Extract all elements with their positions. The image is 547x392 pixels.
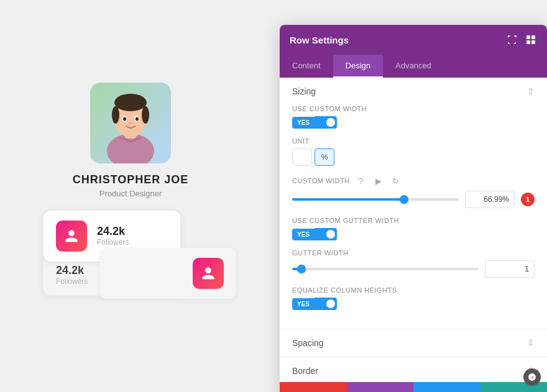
profile-top: CHRISTOPHER JOE Product Designer — [19, 83, 242, 198]
svg-rect-12 — [531, 35, 535, 39]
stats-container: 24.2k Followers 24.2k Followers — [19, 211, 242, 310]
unit-px-btn[interactable] — [292, 148, 312, 166]
equalize-column-heights-label: Equalize Column Heights — [292, 286, 535, 294]
profile-card: CHRISTOPHER JOE Product Designer 24.2k F… — [19, 83, 242, 310]
custom-width-input[interactable] — [465, 191, 515, 208]
tab-content[interactable]: Content — [280, 55, 333, 78]
stat-label-bottom: Followers — [56, 277, 88, 286]
custom-width-row: Custom Width ? ▶ ↻ — [292, 175, 535, 187]
reset-icon[interactable]: ↻ — [390, 175, 402, 187]
profile-title: Product Designer — [99, 189, 162, 198]
custom-width-slider-row: 1 — [292, 191, 535, 208]
toggle-yes-gutter-label: YES — [292, 229, 315, 240]
panel-tabs: Content Design Advanced — [280, 55, 547, 78]
unit-label: Unit — [292, 137, 535, 145]
gutter-width-field: Gutter Width — [292, 249, 535, 278]
tab-design[interactable]: Design — [333, 55, 383, 78]
spacing-chevron-icon: ⇩ — [527, 338, 535, 348]
stat-value-bottom: 24.2k — [56, 264, 88, 277]
sizing-section-header[interactable]: Sizing ⇧ — [280, 78, 547, 105]
sizing-chevron-icon: ⇧ — [527, 86, 535, 96]
toggle-slider-custom-width[interactable] — [315, 116, 337, 129]
fullscreen-icon[interactable] — [506, 34, 518, 46]
stat-value-top: 24.2k — [97, 225, 129, 238]
panel-header-icons — [506, 34, 537, 46]
toggle-slider-gutter[interactable] — [315, 228, 337, 240]
use-custom-gutter-field: Use Custom Gutter Width YES — [292, 217, 535, 240]
svg-point-4 — [114, 94, 147, 111]
stat-label-top: Followers — [97, 238, 129, 247]
border-section: Border ⇩ — [280, 357, 547, 382]
gutter-width-label: Gutter Width — [292, 249, 535, 257]
gutter-width-input[interactable] — [485, 260, 535, 278]
use-custom-width-label: Use Custom Width — [292, 105, 535, 112]
gutter-width-track[interactable] — [292, 268, 479, 270]
panel-footer: ✕ ↺ ↻ ✓ — [280, 382, 547, 392]
spacing-section-title: Spacing — [292, 338, 324, 348]
custom-width-thumb[interactable] — [400, 195, 408, 204]
panel-title: Row Settings — [290, 35, 349, 45]
gutter-width-thumb[interactable] — [297, 265, 306, 273]
row-settings-panel: Row Settings Content Design Advanced — [280, 25, 547, 392]
svg-rect-14 — [531, 40, 535, 44]
custom-width-label: Custom Width — [292, 177, 350, 185]
toggle-yes-equalize-label: YES — [292, 298, 315, 310]
stat-info-bottom: 24.2k Followers — [56, 264, 88, 286]
preview-area: CHRISTOPHER JOE Product Designer 24.2k F… — [0, 0, 261, 392]
reset-button[interactable]: ↺ — [347, 382, 414, 392]
play-icon[interactable]: ▶ — [372, 175, 385, 187]
svg-point-9 — [123, 117, 126, 121]
gutter-width-slider-row — [292, 260, 535, 278]
toggle-yes-label: YES — [292, 117, 315, 129]
sizing-section-body: Use Custom Width YES Unit % — [280, 105, 547, 329]
tab-advanced[interactable]: Advanced — [383, 55, 444, 78]
svg-point-5 — [112, 106, 119, 124]
profile-name: CHRISTOPHER JOE — [73, 173, 189, 186]
custom-width-field: Custom Width ? ▶ ↻ 1 — [292, 175, 535, 208]
svg-rect-11 — [526, 35, 530, 39]
custom-width-badge: 1 — [521, 193, 535, 206]
stat-info-top: 24.2k Followers — [97, 225, 129, 247]
sizing-section: Sizing ⇧ Use Custom Width YES Unit — [280, 78, 547, 329]
use-custom-width-field: Use Custom Width YES — [292, 105, 535, 129]
unit-field: Unit % — [292, 137, 535, 166]
use-custom-width-toggle[interactable]: YES — [292, 116, 535, 129]
stat-card-secondary — [99, 248, 236, 299]
followers-icon-secondary — [193, 258, 224, 289]
panel-content: Sizing ⇧ Use Custom Width YES Unit — [280, 78, 547, 382]
border-section-title: Border — [292, 366, 318, 376]
unit-percent-btn[interactable]: % — [315, 148, 334, 166]
toggle-slider-equalize[interactable] — [315, 298, 337, 310]
svg-point-10 — [136, 117, 139, 121]
layout-icon[interactable] — [525, 34, 537, 46]
equalize-column-heights-field: Equalize Column Heights YES — [292, 286, 535, 310]
followers-icon — [56, 221, 87, 252]
border-section-header[interactable]: Border ⇩ — [280, 357, 547, 382]
use-custom-gutter-label: Use Custom Gutter Width — [292, 217, 535, 224]
profile-avatar — [90, 83, 171, 163]
svg-point-6 — [142, 106, 149, 124]
help-icon[interactable]: ? — [355, 175, 367, 187]
cancel-button[interactable]: ✕ — [280, 382, 347, 392]
spacing-section: Spacing ⇩ — [280, 329, 547, 357]
panel-header: Row Settings — [280, 25, 547, 55]
equalize-column-heights-toggle[interactable]: YES — [292, 298, 535, 310]
use-custom-gutter-toggle[interactable]: YES — [292, 228, 535, 240]
sizing-section-title: Sizing — [292, 86, 316, 96]
spacing-section-header[interactable]: Spacing ⇩ — [280, 329, 547, 357]
refresh-button[interactable]: ↻ — [413, 382, 480, 392]
custom-width-fill — [292, 198, 404, 201]
custom-width-track[interactable] — [292, 198, 459, 201]
help-circle-button[interactable] — [523, 368, 541, 386]
unit-row: % — [292, 148, 535, 166]
svg-rect-13 — [526, 40, 530, 44]
